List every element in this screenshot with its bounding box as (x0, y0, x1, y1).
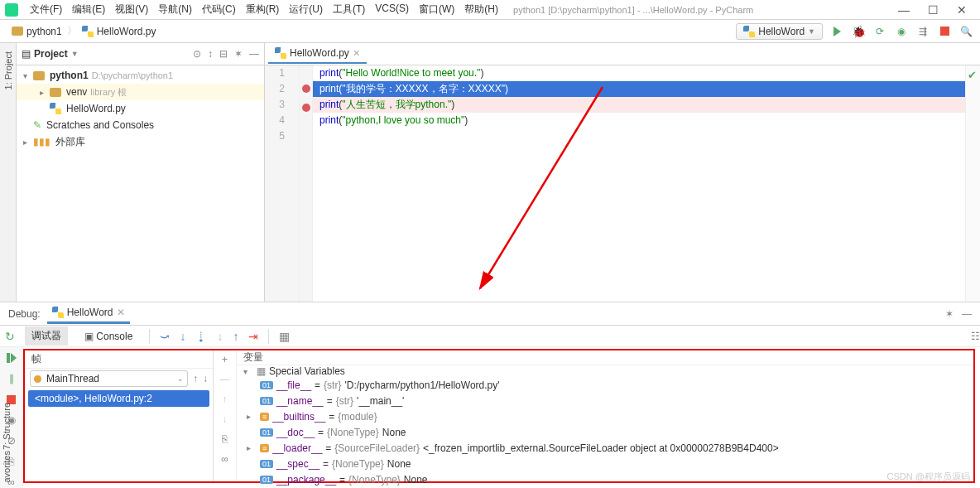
code-line[interactable]: print("Hello World!Nice to meet you.") (313, 65, 965, 81)
variable-row[interactable]: 01 __doc__ = {NoneType} None (237, 424, 973, 440)
chevron-down-icon[interactable]: ▼ (71, 50, 79, 58)
tree-row[interactable]: ▸▮▮▮外部库 (17, 133, 264, 150)
tab-project[interactable]: 1: Project (2, 46, 15, 94)
debug-hide-button[interactable]: — (962, 308, 972, 320)
step-into-button[interactable]: ↓ (180, 330, 185, 343)
coverage-button[interactable]: ⟳ (872, 24, 887, 39)
breakpoint-icon[interactable] (302, 85, 310, 93)
debug-settings-button[interactable]: ✶ (945, 308, 954, 320)
menu-item[interactable]: 重构(R) (241, 1, 285, 18)
step-over-button[interactable]: ⤻ (160, 330, 170, 343)
window-title: python1 [D:\pycharm\python1] - ...\Hello… (513, 5, 898, 15)
editor-marker-bar[interactable]: ✔ (965, 65, 980, 302)
breakpoint-icon[interactable] (302, 104, 310, 112)
special-vars-group[interactable]: ▾ ▦ Special Variables (237, 365, 973, 377)
debugger-tab[interactable]: 调试器 (25, 326, 68, 345)
stop-button[interactable] (937, 24, 952, 39)
close-button[interactable]: ✕ (957, 3, 967, 17)
python-icon (52, 307, 64, 318)
search-button[interactable]: 🔍 (958, 24, 973, 39)
menu-item[interactable]: 运行(U) (284, 1, 328, 18)
resume-button[interactable] (5, 352, 18, 365)
project-panel-icon: ▤ (22, 48, 31, 60)
variable-row[interactable]: 01 __package__ = {NoneType} None (237, 471, 973, 487)
menu-item[interactable]: 导航(N) (153, 1, 197, 18)
debug-button[interactable]: 🐞 (851, 24, 866, 39)
var-type-badge: 01 (260, 428, 273, 437)
tab-favorites[interactable]: avorites (0, 446, 13, 488)
attach-button[interactable]: ⇶ (915, 24, 930, 39)
debug-tab[interactable]: HelloWord ✕ (47, 303, 130, 324)
code-line[interactable]: print("人生苦短，我学python.") (313, 97, 965, 113)
next-frame-button[interactable]: ↓ (203, 373, 208, 384)
force-step-button[interactable]: ↓ (217, 330, 223, 343)
maximize-button[interactable]: ☐ (928, 3, 939, 17)
evaluate-button[interactable]: ▦ (279, 330, 290, 343)
expand-button[interactable]: ↕ (208, 48, 213, 60)
layout-button[interactable]: ☷ (971, 331, 980, 342)
variable-row[interactable]: ▸≡ __loader__ = {SourceFileLoader} <_fro… (237, 440, 973, 456)
variable-row[interactable]: 01 __spec__ = {NoneType} None (237, 456, 973, 471)
code-line[interactable]: print("python,I love you so much") (313, 113, 965, 128)
variable-row[interactable]: 01 __name__ = {str} '__main__' (237, 393, 973, 408)
menu-item[interactable]: 帮助(H) (459, 1, 503, 18)
settings-button[interactable]: ✶ (234, 48, 243, 60)
collapse-button[interactable]: ⊟ (219, 48, 228, 60)
menu-item[interactable]: 视图(V) (110, 1, 153, 18)
show-button[interactable]: ∞ (221, 453, 228, 465)
console-tab[interactable]: ▣ Console (78, 328, 139, 345)
folder-icon (12, 27, 23, 36)
run-button[interactable] (829, 24, 844, 39)
project-panel-title: Project (34, 48, 68, 60)
select-opened-button[interactable]: ⊙ (193, 48, 201, 60)
menu-item[interactable]: 代码(C) (197, 1, 241, 18)
menu-item[interactable]: 编辑(E) (67, 1, 110, 18)
var-type-badge: ≡ (260, 444, 269, 452)
hide-button[interactable]: — (249, 48, 259, 60)
tree-row[interactable]: ▾python1D:\pycharm\python1 (17, 67, 264, 84)
variable-row[interactable]: ▸≡ __builtins__ = {module} (237, 408, 973, 424)
tree-row[interactable]: ✎Scratches and Consoles (17, 117, 264, 133)
menu-item[interactable]: 工具(T) (328, 1, 370, 18)
breadcrumb-item[interactable]: HelloWord.py (77, 26, 161, 37)
frames-panel: 帧 MainThread ⌄ ↑ ↓ <module>, HelloWord.p… (25, 350, 214, 481)
editor-tab-label: HelloWord.py (290, 47, 349, 59)
frame-item[interactable]: <module>, HelloWord.py:2 (28, 390, 209, 407)
thread-dot-icon (34, 375, 41, 383)
breadcrumb-item[interactable]: python1 (7, 26, 67, 37)
svg-marker-0 (7, 353, 10, 363)
close-tab-button[interactable]: ✕ (353, 48, 360, 59)
run-config-label: HelloWord (758, 26, 805, 37)
tree-row[interactable]: HelloWord.py (17, 100, 264, 117)
code-line[interactable]: print("我的学号：XXXXX，名字：XXXXX") (313, 81, 965, 97)
editor-tab[interactable]: HelloWord.py ✕ (268, 44, 367, 64)
var-type-badge: 01 (260, 460, 273, 468)
step-into-my-button[interactable]: ⭭ (195, 330, 207, 343)
up-button[interactable]: ↑ (223, 394, 228, 405)
copy-button[interactable]: ⎘ (222, 433, 228, 445)
run-config-selector[interactable]: HelloWord ▼ (736, 23, 823, 40)
var-type-badge: 01 (260, 397, 273, 405)
down-button[interactable]: ↓ (223, 413, 228, 425)
close-tab-button[interactable]: ✕ (117, 307, 125, 318)
step-out-button[interactable]: ↑ (233, 330, 238, 343)
pause-button[interactable]: ∥ (5, 373, 18, 385)
prev-frame-button[interactable]: ↑ (193, 373, 198, 384)
inspection-ok-icon: ✔ (968, 69, 977, 81)
minimize-button[interactable]: — (898, 3, 910, 17)
tree-row[interactable]: ▸venvlibrary 根 (17, 84, 264, 100)
rerun-button[interactable]: ↻ (5, 330, 15, 343)
menu-item[interactable]: 窗口(W) (414, 1, 459, 18)
thread-selector[interactable]: MainThread ⌄ (30, 370, 188, 387)
add-watch-button[interactable]: + (222, 354, 228, 365)
code-area[interactable]: 12345 print("Hello World!Nice to meet yo… (265, 65, 980, 302)
editor: HelloWord.py ✕ 12345 print("Hello World!… (265, 43, 980, 302)
remove-button[interactable]: — (220, 374, 230, 385)
variable-row[interactable]: 01 __file__ = {str} 'D:/pycharm/python1/… (237, 377, 973, 393)
run-to-cursor-button[interactable]: ⇥ (248, 330, 258, 343)
chevron-down-icon: ⌄ (177, 374, 184, 383)
profile-button[interactable]: ◉ (894, 24, 909, 39)
menu-item[interactable]: 文件(F) (25, 1, 67, 18)
code-line[interactable] (313, 128, 965, 144)
menu-item[interactable]: VCS(S) (370, 1, 414, 18)
